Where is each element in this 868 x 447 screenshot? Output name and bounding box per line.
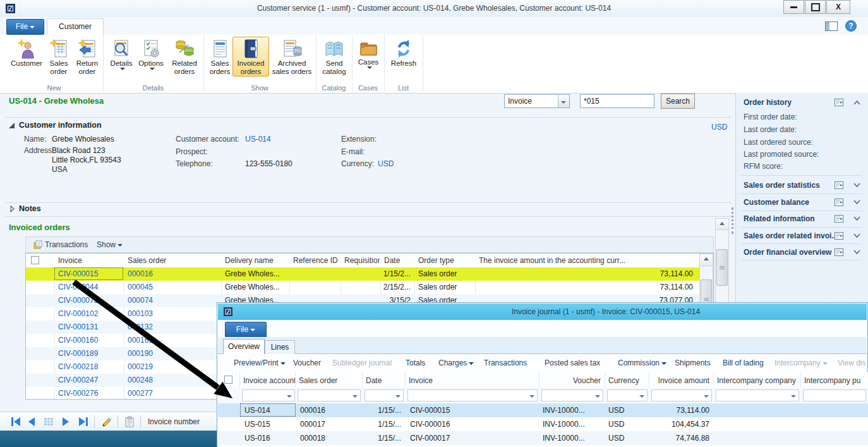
layout-icon[interactable] <box>825 21 838 31</box>
cell-sales-order[interactable]: 000132 <box>128 321 216 334</box>
search-button[interactable]: Search <box>661 94 695 109</box>
cell-sales-order[interactable]: 000103 <box>128 307 216 321</box>
cell-invoice-account[interactable]: US-016 <box>244 431 295 445</box>
totals-button[interactable]: Totals <box>406 358 425 367</box>
filter-cell[interactable] <box>365 389 404 401</box>
file-menu-button[interactable]: File <box>225 322 267 338</box>
cell-invoice-account[interactable]: US-014 <box>244 403 295 417</box>
cell-invoice[interactable]: CIV-000015 <box>58 267 121 281</box>
column-header[interactable]: Invoice account <box>243 374 295 388</box>
related-orders-button[interactable]: Related orders <box>167 37 202 77</box>
factbox-open-icon[interactable] <box>835 199 843 206</box>
column-header[interactable]: Voucher <box>543 374 601 388</box>
sales-order-button[interactable]: Sales order <box>44 37 73 77</box>
minimize-button[interactable] <box>783 0 804 14</box>
attachment-clipboard-icon[interactable] <box>124 416 135 427</box>
filter-dropdown-icon[interactable] <box>595 395 600 398</box>
cell-sales-order[interactable]: 000219 <box>128 360 216 374</box>
scrollbar-up-button[interactable] <box>716 219 728 230</box>
filter-cell[interactable] <box>651 389 712 401</box>
show-menu[interactable]: Show <box>97 240 123 249</box>
options-button[interactable]: Options <box>135 37 167 71</box>
filter-cell[interactable] <box>716 389 799 401</box>
tab-lines[interactable]: Lines <box>265 340 295 354</box>
column-header[interactable]: Order type <box>418 254 474 267</box>
column-header[interactable]: Delivery name <box>225 254 288 267</box>
factbox-open-icon[interactable] <box>835 248 843 256</box>
column-header[interactable]: Invoice <box>409 374 535 388</box>
factbox-title-sales-order-related-invoices[interactable]: Sales order related invoi... <box>744 231 838 240</box>
cell-invoice-account[interactable]: US-015 <box>244 417 295 431</box>
first-record-icon[interactable] <box>11 417 21 426</box>
file-menu-button[interactable]: File <box>6 19 44 35</box>
table-row[interactable]: CIV-000015 000016 Grebe Wholes... 1/15/2… <box>26 267 699 281</box>
filter-dropdown-icon[interactable] <box>395 395 401 398</box>
posted-sales-tax-button[interactable]: Posted sales tax <box>545 358 600 367</box>
column-header[interactable]: Date <box>366 374 402 388</box>
chevron-down-icon[interactable] <box>853 233 860 238</box>
factbox-open-icon[interactable] <box>835 181 843 189</box>
previous-record-icon[interactable] <box>28 417 35 426</box>
cell-invoice[interactable]: CIV-000218 <box>58 360 121 374</box>
shipments-button[interactable]: Shipments <box>675 358 711 367</box>
cases-button[interactable]: Cases <box>354 37 383 70</box>
details-button[interactable]: Details <box>107 37 135 71</box>
cell-sales-order[interactable]: 000190 <box>128 347 216 360</box>
last-record-icon[interactable] <box>78 417 88 426</box>
cell-invoice[interactable]: CIV-000073 <box>58 294 121 307</box>
chevron-up-icon[interactable] <box>853 101 860 105</box>
customer-account-link[interactable]: US-014 <box>245 135 271 144</box>
grid-view-icon[interactable] <box>44 418 53 426</box>
select-dropdown-button[interactable] <box>558 95 569 107</box>
filter-cell[interactable] <box>407 389 538 401</box>
filter-cell[interactable] <box>298 389 361 401</box>
send-catalog-button[interactable]: Send catalog <box>318 37 351 77</box>
preview-print-menu[interactable]: Preview/Print <box>234 358 286 367</box>
factbox-open-icon[interactable] <box>835 99 843 106</box>
column-header[interactable]: Sales order <box>299 374 359 388</box>
cell-invoice[interactable]: CIV-000189 <box>58 347 121 360</box>
filter-dropdown-icon[interactable] <box>353 395 358 398</box>
cell-invoice[interactable]: CIV-000247 <box>58 374 121 387</box>
search-scope-select[interactable]: Invoice <box>504 94 570 108</box>
sales-orders-button[interactable]: Sales orders <box>206 37 234 77</box>
cell-sales-order[interactable]: 000277 <box>128 387 216 400</box>
cell-invoice[interactable]: CIV-000160 <box>58 334 121 347</box>
factbox-open-icon[interactable] <box>835 215 843 223</box>
edit-pencil-icon[interactable] <box>101 416 112 427</box>
table-row[interactable]: US-014 000016 1/15/... CIV-000015 INV-10… <box>218 403 868 418</box>
currency-badge[interactable]: USD <box>711 123 727 132</box>
collapse-triangle-icon[interactable] <box>9 123 15 128</box>
filter-dropdown-icon[interactable] <box>287 395 292 398</box>
cell-invoice[interactable]: CIV-000276 <box>58 387 121 400</box>
column-header[interactable]: Invoice <box>58 254 121 267</box>
chevron-down-icon[interactable] <box>853 183 860 187</box>
column-header[interactable]: Requisition <box>344 254 380 267</box>
form-scrollbar[interactable] <box>715 218 729 303</box>
scrollbar-thumb[interactable] <box>716 249 728 286</box>
cell-sales-order[interactable]: 000016 <box>128 267 216 281</box>
bill-of-lading-button[interactable]: Bill of lading <box>723 358 764 367</box>
factbox-open-icon[interactable] <box>835 232 843 240</box>
transactions-menu[interactable]: Transactions <box>45 240 88 249</box>
help-icon[interactable]: ? <box>845 20 857 32</box>
currency-value-link[interactable]: USD <box>378 159 394 168</box>
column-header[interactable]: Currency <box>608 374 646 388</box>
factbox-title-order-history[interactable]: Order history <box>744 98 792 107</box>
column-header[interactable]: Sales order <box>128 254 216 267</box>
chevron-down-icon[interactable] <box>853 216 860 221</box>
filter-dropdown-icon[interactable] <box>791 395 796 398</box>
factbox-title-customer-balance[interactable]: Customer balance <box>744 198 809 207</box>
cell-invoice[interactable]: CIV-000102 <box>58 307 121 321</box>
factbox-title-related-information[interactable]: Related information <box>744 214 815 223</box>
cell-sales-order[interactable]: 000045 <box>128 281 216 294</box>
filter-cell[interactable] <box>607 389 648 401</box>
archived-sales-orders-button[interactable]: Archived sales orders <box>269 37 315 77</box>
expand-triangle-icon[interactable] <box>10 205 15 212</box>
cell-invoice[interactable]: CIV-000044 <box>58 281 121 294</box>
section-title-customer-information[interactable]: Customer information <box>19 121 102 130</box>
filter-dropdown-icon[interactable] <box>639 395 644 398</box>
column-header[interactable]: Intercompany company <box>717 374 798 388</box>
table-row[interactable]: US-015 000017 1/15/... CIV-000016 INV-10… <box>218 417 868 432</box>
column-header[interactable]: Reference ID <box>293 254 339 267</box>
